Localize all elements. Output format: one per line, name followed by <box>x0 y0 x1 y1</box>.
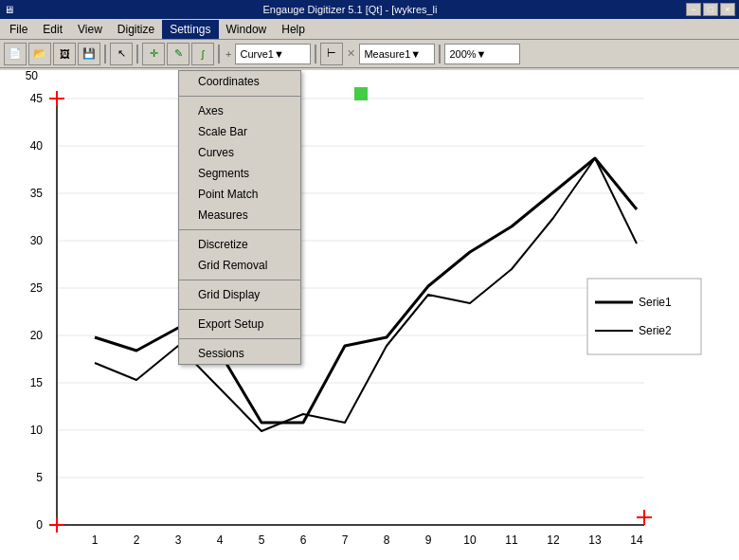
separator3 <box>218 45 220 63</box>
svg-text:0: 0 <box>36 518 43 532</box>
menu-settings[interactable]: Settings <box>162 20 218 39</box>
svg-text:35: 35 <box>30 187 44 200</box>
separator4 <box>315 45 316 63</box>
svg-text:6: 6 <box>300 533 307 547</box>
menu-bar: File Edit View Digitize Settings Window … <box>0 19 739 40</box>
svg-text:4: 4 <box>217 533 224 547</box>
separator1 <box>104 45 106 63</box>
menu-item-coordinates[interactable]: Coordinates <box>179 71 300 92</box>
chart-svg: 0 5 10 15 20 25 30 35 40 45 50 1 2 3 4 5… <box>0 70 739 560</box>
curve-point-button[interactable]: ✎ <box>167 43 189 65</box>
svg-text:20: 20 <box>30 329 44 342</box>
svg-text:12: 12 <box>547 533 560 547</box>
svg-text:5: 5 <box>36 471 43 484</box>
separator5 <box>439 45 441 63</box>
menu-help[interactable]: Help <box>274 20 313 39</box>
menu-item-scalebar[interactable]: Scale Bar <box>179 121 300 142</box>
menu-edit[interactable]: Edit <box>35 20 70 39</box>
menu-item-pointmatch[interactable]: Point Match <box>179 184 300 205</box>
menu-separator-2 <box>179 229 300 230</box>
app-icon: 🖥 <box>4 4 14 15</box>
curve-label: + <box>225 48 231 60</box>
svg-text:40: 40 <box>30 139 44 153</box>
segment-button[interactable]: ∫ <box>191 43 214 65</box>
svg-rect-19 <box>354 87 368 100</box>
svg-text:45: 45 <box>30 92 44 105</box>
svg-text:25: 25 <box>30 281 44 295</box>
close-button[interactable]: × <box>720 3 735 16</box>
menu-item-curves[interactable]: Curves <box>179 142 300 163</box>
axis-point-button[interactable]: ✛ <box>142 43 165 65</box>
svg-text:11: 11 <box>505 533 518 547</box>
menu-separator-3 <box>179 280 300 280</box>
import-button[interactable]: 🖼 <box>53 43 76 65</box>
separator2 <box>136 45 138 63</box>
svg-text:15: 15 <box>30 376 44 389</box>
svg-text:3: 3 <box>175 533 182 547</box>
menu-view[interactable]: View <box>70 20 110 39</box>
minimize-button[interactable]: − <box>686 3 701 16</box>
svg-text:9: 9 <box>425 533 432 547</box>
curve-selector[interactable]: Curve1 ▼ <box>235 44 311 64</box>
menu-item-gridremoval[interactable]: Grid Removal <box>179 255 300 276</box>
svg-text:14: 14 <box>630 533 643 547</box>
svg-text:8: 8 <box>384 533 390 547</box>
title-bar: 🖥 Engauge Digitizer 5.1 [Qt] - [wykres_l… <box>0 0 739 19</box>
svg-text:Serie1: Serie1 <box>639 296 672 309</box>
save-button[interactable]: 💾 <box>78 43 100 65</box>
open-button[interactable]: 📂 <box>28 43 51 65</box>
menu-window[interactable]: Window <box>219 20 275 39</box>
menu-separator-5 <box>179 338 300 339</box>
menu-digitize[interactable]: Digitize <box>110 20 162 39</box>
svg-text:1: 1 <box>92 533 99 547</box>
svg-text:30: 30 <box>30 234 44 247</box>
svg-text:50: 50 <box>26 70 39 82</box>
window-controls: − □ × <box>686 3 735 16</box>
menu-item-segments[interactable]: Segments <box>179 163 300 184</box>
new-button[interactable]: 📄 <box>4 43 27 65</box>
svg-text:Serie2: Serie2 <box>639 324 672 337</box>
menu-item-discretize[interactable]: Discretize <box>179 234 300 255</box>
svg-rect-45 <box>587 279 701 354</box>
svg-text:5: 5 <box>259 533 265 547</box>
chart-area[interactable]: 0 5 10 15 20 25 30 35 40 45 50 1 2 3 4 5… <box>0 70 739 560</box>
svg-text:13: 13 <box>588 533 602 547</box>
svg-text:2: 2 <box>134 533 140 547</box>
toolbar: 📄 📂 🖼 💾 ↖ ✛ ✎ ∫ + Curve1 ▼ ⊢ ✕ Measure1 … <box>0 40 739 68</box>
maximize-button[interactable]: □ <box>703 3 718 16</box>
menu-separator <box>179 96 300 97</box>
svg-text:10: 10 <box>30 424 44 437</box>
menu-item-exportsetup[interactable]: Export Setup <box>179 314 300 334</box>
menu-file[interactable]: File <box>2 20 35 39</box>
menu-item-griddisplay[interactable]: Grid Display <box>179 284 300 305</box>
menu-separator-4 <box>179 309 300 310</box>
select-button[interactable]: ↖ <box>110 43 133 65</box>
settings-dropdown-menu: Coordinates Axes Scale Bar Curves Segmen… <box>178 70 301 365</box>
svg-text:7: 7 <box>342 533 349 547</box>
svg-text:10: 10 <box>463 533 477 547</box>
prev-segment-button[interactable]: ⊢ <box>320 43 343 65</box>
window-title: Engauge Digitizer 5.1 [Qt] - [wykres_li <box>14 4 686 15</box>
zoom-selector[interactable]: 200% ▼ <box>444 44 520 64</box>
menu-item-axes[interactable]: Axes <box>179 100 300 121</box>
menu-item-measures[interactable]: Measures <box>179 205 300 226</box>
menu-item-sessions[interactable]: Sessions <box>179 343 300 364</box>
measure-selector[interactable]: Measure1 ▼ <box>359 44 435 64</box>
